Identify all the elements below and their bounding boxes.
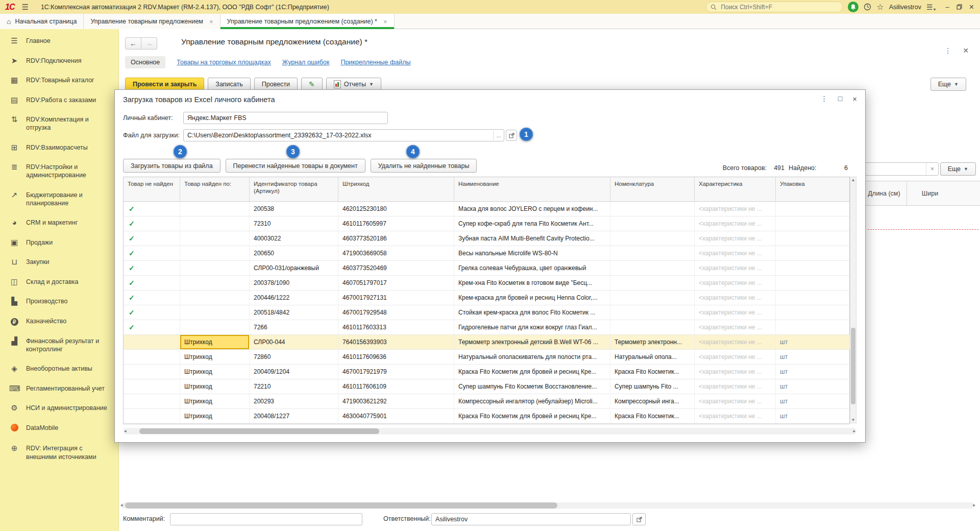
cell-nom[interactable]: [610, 261, 695, 275]
table-row-6[interactable]: ✓200446/12224670017927131Крем-краска для…: [124, 291, 849, 305]
cell-bc[interactable]: 4603773520186: [338, 231, 454, 246]
sidebar-item-0[interactable]: ☰Главное: [0, 31, 118, 51]
cell-by[interactable]: [180, 246, 250, 260]
sidebar-item-18[interactable]: DataMobile: [0, 418, 118, 439]
table-vertical-scrollbar[interactable]: ▲ ▼: [850, 177, 856, 423]
cell-by[interactable]: Штрихкод: [180, 394, 250, 408]
cell-bc[interactable]: 4630040775901: [338, 409, 454, 423]
column-header-7[interactable]: Упаковка: [776, 177, 850, 201]
table-row-0[interactable]: ✓2005384620125230180Маска для волос JOYL…: [124, 202, 849, 216]
sidebar-item-14[interactable]: ▟Финансовый результат и контроллинг: [0, 331, 118, 359]
cell-pack[interactable]: шт: [776, 350, 850, 364]
cell-chr[interactable]: <характеристики не ...: [695, 409, 776, 423]
main-menu-icon[interactable]: ☰: [21, 3, 28, 12]
cell-chr[interactable]: <характеристики не ...: [695, 291, 776, 305]
cell-by[interactable]: [180, 291, 250, 305]
table-row-5[interactable]: ✓200378/10904607051797017Крем-хна Fito К…: [124, 276, 849, 291]
cell-found[interactable]: [124, 394, 180, 408]
cell-chr[interactable]: <характеристики не ...: [695, 320, 776, 334]
cell-by[interactable]: [180, 320, 250, 334]
cell-pack[interactable]: [776, 320, 850, 334]
cell-art[interactable]: СЛР00-044: [250, 335, 338, 349]
cell-pack[interactable]: [776, 202, 850, 216]
cell-by[interactable]: [180, 276, 250, 290]
responsible-input[interactable]: Asilivestrov: [431, 513, 631, 525]
cell-name[interactable]: Натуральный ополаскиватель для полости р…: [454, 350, 610, 364]
sidebar-item-10[interactable]: ⊔Закупки: [0, 252, 118, 272]
cell-bc[interactable]: 4610117606109: [338, 379, 454, 394]
load-from-file-button[interactable]: Загрузить товары из файла: [123, 159, 220, 173]
cell-found[interactable]: ✓: [124, 291, 180, 305]
cell-chr[interactable]: <характеристики не ...: [695, 379, 776, 394]
cell-pack[interactable]: шт: [776, 335, 850, 349]
cell-name[interactable]: Стойкая крем-краска для волос Fito Косме…: [454, 305, 610, 320]
cell-bc[interactable]: 4607051797017: [338, 276, 454, 290]
column-header-3[interactable]: Штрихкод: [338, 177, 454, 201]
cell-found[interactable]: ✓: [124, 261, 180, 275]
cell-found[interactable]: [124, 335, 180, 349]
cell-pack[interactable]: [776, 305, 850, 320]
cell-bc[interactable]: 4610117605997: [338, 216, 454, 231]
account-input[interactable]: Яндекс.Маркет FBS: [183, 112, 388, 124]
cell-chr[interactable]: <характеристики не ...: [695, 305, 776, 320]
scroll-up-icon[interactable]: ▲: [850, 178, 856, 182]
sidebar-item-11[interactable]: ◫Склад и доставка: [0, 272, 118, 292]
cell-bc[interactable]: 4603773520469: [338, 261, 454, 275]
cell-nom[interactable]: Натуральный опола...: [610, 350, 695, 364]
favorites-star-icon[interactable]: ☆: [876, 2, 884, 12]
sidebar-item-7[interactable]: ↗Бюджетирование и планирование: [0, 185, 118, 213]
dialog-maximize-icon[interactable]: □: [838, 94, 842, 103]
cell-found[interactable]: [124, 365, 180, 379]
cell-by[interactable]: Штрихкод: [180, 365, 250, 379]
cell-art[interactable]: 7266: [250, 320, 338, 334]
service-menu-icon[interactable]: ☰▼: [926, 3, 937, 11]
file-input[interactable]: C:\Users\Bezon\Desktop\assortment_233926…: [183, 129, 504, 141]
cell-name[interactable]: Крем-хна Fito Косметик в готовом виде "Б…: [454, 276, 610, 290]
cell-nom[interactable]: Краска Fito Косметик...: [610, 365, 695, 379]
sidebar-item-19[interactable]: ⊕RDV: Интеграция с внешними источниками: [0, 439, 118, 467]
sidebar-item-9[interactable]: ▣Продажи: [0, 233, 118, 253]
table-row-10[interactable]: Штрихкод728604610117609636Натуральный оп…: [124, 350, 849, 365]
cell-chr[interactable]: <характеристики не ...: [695, 231, 776, 246]
main-horizontal-scrollbar[interactable]: ◂ ▸: [121, 502, 975, 509]
cell-pack[interactable]: [776, 246, 850, 260]
cell-chr[interactable]: <характеристики не ...: [695, 335, 776, 349]
close-button[interactable]: ×: [969, 3, 974, 12]
table-row-13[interactable]: Штрихкод2002934719003621292Компрессорный…: [124, 394, 849, 409]
scroll-down-icon[interactable]: ▼: [850, 418, 856, 422]
cell-by[interactable]: [180, 305, 250, 320]
table-row-1[interactable]: ✓723104610117605997Супер кофе-скраб для …: [124, 216, 849, 231]
cell-found[interactable]: [124, 409, 180, 423]
cell-name[interactable]: Гидрогелевые патчи для кожи вокруг глаз …: [454, 320, 610, 334]
restore-button[interactable]: [957, 4, 962, 10]
dialog-close-icon[interactable]: ×: [852, 94, 857, 103]
cell-nom[interactable]: Термометр электронн...: [610, 335, 695, 349]
cell-chr[interactable]: <характеристики не ...: [695, 216, 776, 231]
cell-chr[interactable]: <характеристики не ...: [695, 261, 776, 275]
table-row-12[interactable]: Штрихкод722104610117606109Супер шампунь …: [124, 379, 849, 394]
clear-filter-icon[interactable]: ×: [926, 163, 938, 175]
column-header-6[interactable]: Характеристика: [695, 177, 776, 201]
scrollbar-thumb[interactable]: [125, 502, 557, 509]
app-tab-0[interactable]: ⌂Начальная страница: [0, 14, 84, 29]
cell-by[interactable]: [180, 202, 250, 216]
tab-close-icon[interactable]: ×: [209, 18, 213, 26]
cell-found[interactable]: ✓: [124, 276, 180, 290]
open-file-button[interactable]: [506, 130, 517, 141]
column-header-1[interactable]: Товар найден по:: [180, 177, 250, 201]
cell-nom[interactable]: Супер шампунь Fito ...: [610, 379, 695, 394]
cell-found[interactable]: ✓: [124, 320, 180, 334]
sidebar-item-4[interactable]: ⇅RDV:Комплектация и отгрузка: [0, 110, 118, 138]
cell-pack[interactable]: [776, 216, 850, 231]
back-button[interactable]: ←: [125, 37, 141, 50]
app-tab-1[interactable]: Управление товарным предложением×: [84, 14, 220, 29]
global-search[interactable]: [706, 2, 843, 12]
cell-pack[interactable]: шт: [776, 409, 850, 423]
notifications-button[interactable]: [848, 2, 859, 12]
cell-chr[interactable]: <характеристики не ...: [695, 202, 776, 216]
cell-nom[interactable]: [610, 231, 695, 246]
table-horizontal-scrollbar[interactable]: ◂ ▸: [123, 428, 856, 435]
sidebar-item-13[interactable]: ₽Казначейство: [0, 311, 118, 331]
background-more-button[interactable]: Еще▼: [940, 162, 976, 176]
cell-name[interactable]: Супер кофе-скраб для тела Fito Косметик …: [454, 216, 610, 231]
